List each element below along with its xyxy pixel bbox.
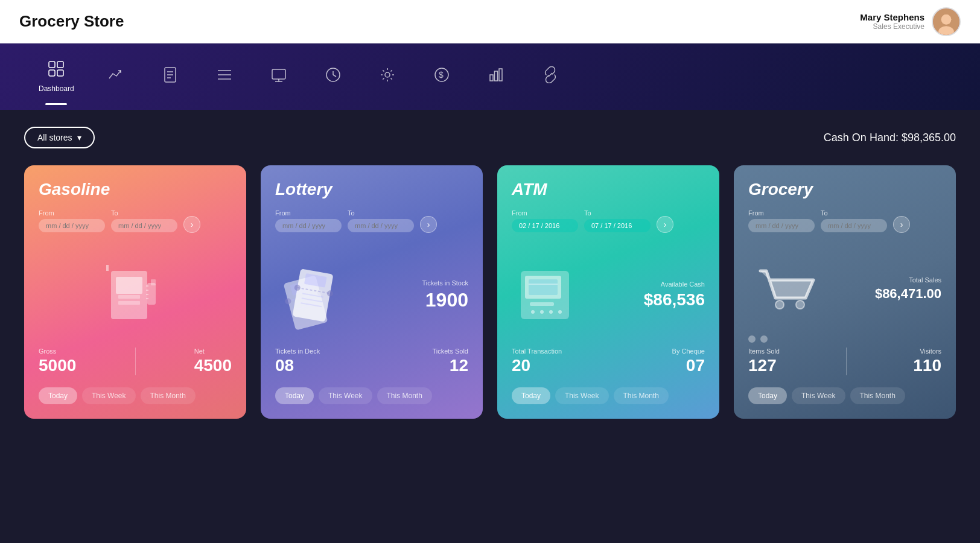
avatar [932, 7, 961, 36]
header: Grocery Store Mary Stephens Sales Execut… [0, 0, 980, 43]
lottery-date-row: From To › [275, 209, 468, 233]
gasoline-btn-week[interactable]: This Week [82, 387, 135, 404]
svg-line-20 [333, 75, 336, 77]
tickets-sold-group: Tickets Sold 12 [432, 348, 468, 375]
grocery-btn-week[interactable]: This Week [792, 387, 845, 404]
lottery-from-input[interactable] [275, 219, 342, 232]
atm-icon [512, 253, 644, 337]
cash-on-hand: Cash On Hand: $98,365.00 [824, 132, 956, 144]
gasoline-date-arrow[interactable]: › [183, 216, 200, 233]
lottery-to-input[interactable] [348, 219, 414, 232]
money-icon: $ [433, 66, 450, 87]
dashboard-icon [48, 60, 65, 81]
gasoline-gross-group: Gross 5000 [39, 348, 76, 375]
atm-from-input[interactable] [512, 219, 578, 232]
grocery-btn-today[interactable]: Today [748, 387, 787, 404]
dot-2 [760, 335, 768, 343]
lottery-from-label: From [275, 209, 342, 217]
nav-item-reports[interactable] [143, 59, 197, 94]
lottery-to-group: To [348, 209, 414, 232]
gasoline-btn-today[interactable]: Today [39, 387, 77, 404]
list-icon [216, 66, 233, 87]
lottery-date-arrow[interactable]: › [420, 216, 437, 233]
atm-machine-icon [512, 259, 584, 331]
svg-rect-25 [494, 71, 497, 81]
settings-icon [379, 66, 396, 87]
lottery-bottom-stats: Tickets in Deck 08 Tickets Sold 12 [275, 348, 468, 375]
nav-item-money[interactable]: $ [415, 59, 469, 94]
svg-rect-28 [116, 277, 142, 294]
lottery-title: Lottery [275, 180, 468, 199]
atm-date-arrow[interactable]: › [657, 216, 673, 233]
by-cheque-value: 07 [672, 356, 705, 375]
grocery-right-stats: Total Sales $86,471.00 [875, 276, 941, 302]
nav-item-link[interactable] [523, 59, 578, 94]
toolbar: All stores ▾ Cash On Hand: $98,365.00 [24, 127, 956, 148]
tickets-in-stock-value: 1900 [425, 289, 468, 311]
svg-rect-30 [118, 301, 140, 305]
nav-item-clock[interactable] [306, 59, 360, 94]
svg-rect-55 [529, 279, 558, 295]
nav-item-settings[interactable] [360, 59, 415, 94]
atm-right-stats: Available Cash $86,536 [644, 281, 705, 310]
app-title: Grocery Store [19, 12, 124, 31]
atm-btn-week[interactable]: This Week [555, 387, 608, 404]
nav-label-dashboard: Dashboard [39, 84, 74, 93]
lottery-btn-week[interactable]: This Week [319, 387, 372, 404]
grocery-card: Grocery From To › [734, 165, 956, 419]
atm-from-label: From [512, 209, 578, 217]
lottery-btn-month[interactable]: This Month [377, 387, 432, 404]
svg-rect-15 [272, 69, 285, 79]
user-role: Sales Executive [860, 22, 924, 31]
grocery-date-arrow[interactable]: › [893, 216, 910, 233]
svg-rect-5 [57, 62, 63, 68]
grocery-from-group: From [748, 209, 815, 232]
items-sold-label: Items Sold [748, 348, 780, 355]
stores-dropdown[interactable]: All stores ▾ [24, 127, 95, 148]
reports-icon [162, 66, 179, 87]
available-cash-value: $86,536 [644, 290, 705, 310]
by-cheque-group: By Cheque 07 [672, 348, 705, 375]
lottery-btn-today[interactable]: Today [275, 387, 314, 404]
atm-btn-today[interactable]: Today [512, 387, 550, 404]
gasoline-from-input[interactable] [39, 219, 105, 232]
total-transaction-group: Total Transaction 20 [512, 348, 562, 375]
clock-icon [325, 66, 342, 87]
user-profile: Mary Stephens Sales Executive [860, 7, 961, 36]
nav-item-pos[interactable] [252, 59, 306, 94]
lottery-icon-stats: Tickets in Stock 1900 [275, 243, 468, 348]
svg-rect-32 [151, 279, 156, 285]
svg-point-63 [796, 300, 804, 309]
visitors-value: 110 [913, 356, 941, 375]
grocery-to-input[interactable] [821, 219, 887, 232]
nav-item-dashboard[interactable]: Dashboard [24, 53, 89, 100]
svg-rect-7 [57, 70, 63, 76]
nav-item-analytics[interactable] [89, 59, 143, 94]
nav-item-barchart[interactable] [469, 59, 523, 94]
tickets-sold-label: Tickets Sold [432, 348, 468, 355]
lottery-buttons: Today This Week This Month [275, 387, 468, 404]
items-sold-group: Items Sold 127 [748, 348, 780, 375]
atm-date-row: From To › [512, 209, 705, 233]
grocery-to-group: To [821, 209, 887, 232]
gasoline-btn-month[interactable]: This Month [141, 387, 196, 404]
gasoline-from-group: From [39, 209, 105, 232]
visitors-label: Visitors [913, 348, 941, 355]
lottery-tickets-icon [275, 259, 348, 331]
svg-point-3 [941, 14, 952, 25]
svg-point-59 [540, 310, 544, 314]
atm-btn-month[interactable]: This Month [614, 387, 669, 404]
gasoline-to-input[interactable] [111, 219, 177, 232]
atm-icon-stats: Available Cash $86,536 [512, 243, 705, 348]
grocery-btn-month[interactable]: This Month [850, 387, 905, 404]
grocery-buttons: Today This Week This Month [748, 387, 941, 404]
grocery-from-input[interactable] [748, 219, 815, 232]
grocery-to-label: To [821, 209, 887, 217]
atm-to-input[interactable] [584, 219, 651, 232]
gasoline-icon [93, 253, 177, 337]
barchart-icon [488, 66, 504, 87]
gasoline-to-label: To [111, 209, 177, 217]
nav-item-list[interactable] [197, 59, 252, 94]
cards-grid: Gasoline From To › [24, 165, 956, 419]
chevron-down-icon: ▾ [77, 133, 81, 142]
